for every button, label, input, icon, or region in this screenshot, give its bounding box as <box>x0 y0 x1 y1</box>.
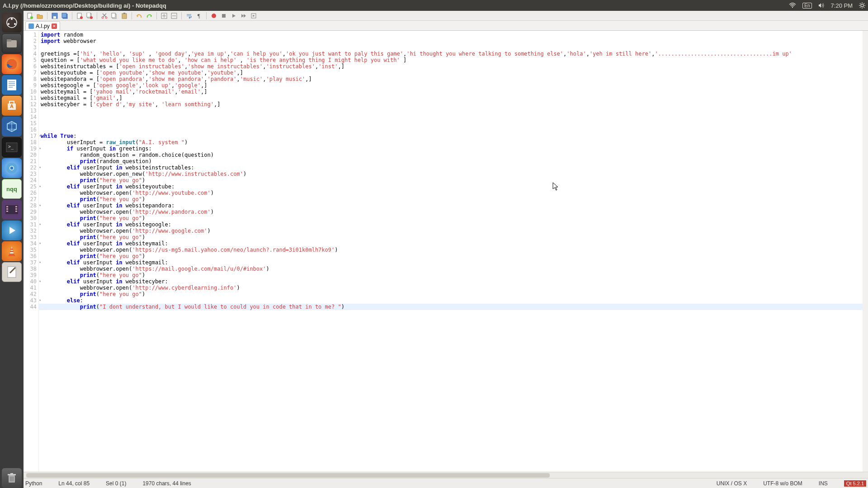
svg-marker-78 <box>253 15 255 17</box>
launcher-firefox-icon[interactable] <box>2 54 22 74</box>
svg-rect-73 <box>222 14 226 18</box>
clock[interactable]: 7:20 PM <box>831 2 853 9</box>
launcher-media-player-icon[interactable] <box>2 221 22 240</box>
editor[interactable]: 1234567891011121314151617181920212223242… <box>24 31 868 472</box>
svg-point-12 <box>14 23 16 25</box>
line-number-gutter: 1234567891011121314151617181920212223242… <box>24 31 39 472</box>
launcher-writer-icon[interactable] <box>2 75 22 95</box>
svg-rect-52 <box>53 16 56 19</box>
launcher-text-editor-icon[interactable] <box>2 262 22 282</box>
svg-marker-36 <box>9 227 15 234</box>
volume-icon[interactable] <box>818 3 825 8</box>
launcher-trash-icon[interactable] <box>2 468 22 488</box>
new-file-button[interactable] <box>26 12 33 19</box>
vertical-scrollbar[interactable] <box>863 31 868 472</box>
svg-point-11 <box>11 18 13 20</box>
svg-point-72 <box>212 14 216 18</box>
wifi-icon[interactable] <box>789 3 796 8</box>
tab-label: A.I.py <box>36 23 50 29</box>
launcher-software-center-icon[interactable]: A <box>2 96 22 116</box>
svg-point-13 <box>8 23 9 25</box>
svg-rect-15 <box>7 39 11 42</box>
launcher-video-editor-icon[interactable] <box>2 200 22 220</box>
copy-button[interactable] <box>111 12 118 19</box>
undo-button[interactable] <box>136 12 143 19</box>
tab-bar: A.I.py ✕ <box>24 21 868 31</box>
svg-point-59 <box>90 16 93 19</box>
svg-line-7 <box>864 7 865 8</box>
svg-rect-35 <box>15 211 17 212</box>
open-file-button[interactable] <box>36 12 43 19</box>
svg-rect-63 <box>112 13 115 18</box>
gear-icon[interactable] <box>859 2 865 9</box>
svg-line-8 <box>864 3 865 4</box>
status-language[interactable]: Python <box>25 480 42 487</box>
status-bar: Python Ln 44, col 85 Sel 0 (1) 1970 char… <box>24 478 868 488</box>
word-wrap-button[interactable] <box>185 12 193 19</box>
system-indicators: En 7:20 PM <box>789 2 865 9</box>
svg-point-0 <box>792 7 793 8</box>
status-eol[interactable]: UNIX / OS X <box>717 480 747 487</box>
svg-rect-58 <box>87 13 90 17</box>
save-button[interactable] <box>51 12 58 19</box>
svg-text:¶: ¶ <box>198 13 200 19</box>
show-symbols-button[interactable]: ¶ <box>195 12 203 19</box>
svg-rect-39 <box>10 251 14 252</box>
svg-marker-76 <box>244 14 246 18</box>
status-position: Ln 44, col 85 <box>58 480 90 487</box>
paste-button[interactable] <box>121 12 128 19</box>
svg-rect-31 <box>6 208 8 210</box>
launcher-files-icon[interactable] <box>2 33 22 53</box>
status-encoding[interactable]: UTF-8 w/o BOM <box>763 480 802 487</box>
svg-rect-30 <box>6 206 8 207</box>
launcher-virtualbox-icon[interactable] <box>2 117 22 136</box>
svg-marker-74 <box>232 14 236 18</box>
cut-button[interactable] <box>101 12 108 19</box>
svg-rect-54 <box>62 13 66 18</box>
file-tab[interactable]: A.I.py ✕ <box>25 21 60 30</box>
svg-rect-33 <box>15 206 17 207</box>
horizontal-scrollbar[interactable] <box>24 472 868 478</box>
svg-point-1 <box>861 4 863 7</box>
file-type-icon <box>28 23 34 29</box>
svg-marker-75 <box>241 14 244 18</box>
svg-rect-45 <box>10 473 13 474</box>
svg-rect-34 <box>15 208 17 210</box>
svg-marker-40 <box>8 253 15 256</box>
run-macro-multi-button[interactable] <box>240 12 247 19</box>
launcher-dash-icon[interactable] <box>2 13 22 33</box>
status-insert-mode[interactable]: INS <box>819 480 828 487</box>
tab-close-button[interactable]: ✕ <box>52 23 57 29</box>
notepadqq-window: ¶ A.I.py ✕ 12345678910111213141516171819… <box>24 11 868 488</box>
launcher-chromium-icon[interactable] <box>2 158 22 178</box>
svg-line-6 <box>860 3 861 4</box>
svg-rect-17 <box>7 80 16 90</box>
zoom-in-button[interactable] <box>160 12 168 19</box>
svg-point-28 <box>10 167 14 170</box>
save-all-button[interactable] <box>61 12 68 19</box>
save-macro-button[interactable] <box>250 12 257 19</box>
launcher-vlc-icon[interactable] <box>2 241 22 261</box>
launcher-notepadqq-icon[interactable]: nqq <box>2 179 22 199</box>
record-macro-button[interactable] <box>210 12 217 19</box>
keyboard-lang-indicator[interactable]: En <box>802 3 811 9</box>
svg-rect-38 <box>10 249 13 250</box>
close-button[interactable] <box>76 12 83 19</box>
redo-button[interactable] <box>146 12 153 19</box>
stop-macro-button[interactable] <box>220 12 227 19</box>
status-chars: 1970 chars, 44 lines <box>142 480 191 487</box>
toolbar: ¶ <box>24 11 868 21</box>
unity-launcher: A >_ nqq <box>0 11 24 488</box>
play-macro-button[interactable] <box>230 12 237 19</box>
svg-text:A: A <box>10 103 14 109</box>
svg-rect-64 <box>122 14 127 19</box>
window-title: A.I.py (/home/ozzroomop/Desktop/building… <box>3 2 789 9</box>
launcher-terminal-icon[interactable]: >_ <box>2 137 22 157</box>
svg-text:>_: >_ <box>8 144 14 150</box>
svg-line-9 <box>860 7 861 8</box>
svg-rect-32 <box>6 211 8 212</box>
zoom-out-button[interactable] <box>170 12 178 19</box>
close-all-button[interactable] <box>86 12 93 19</box>
status-selection: Sel 0 (1) <box>106 480 126 487</box>
code-area[interactable]: import randomimport webbrowsergreetings … <box>39 31 868 472</box>
